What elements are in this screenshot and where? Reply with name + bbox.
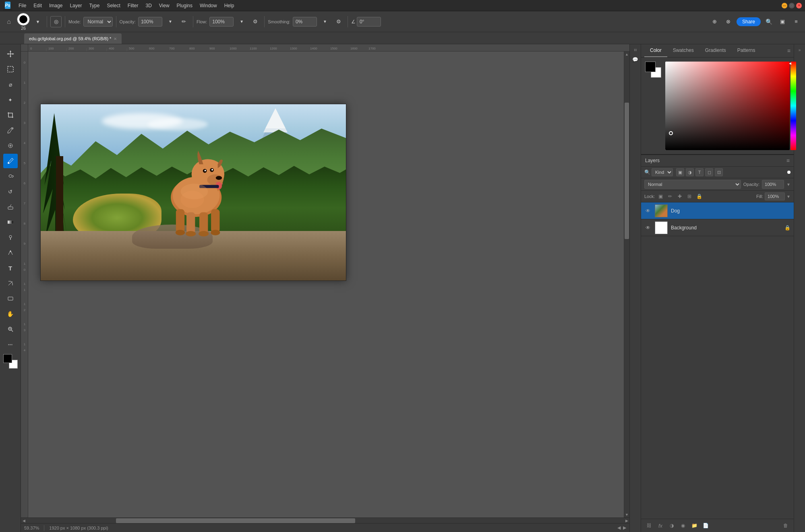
opacity-arrow[interactable]: ▼ [786,182,791,187]
mode-select[interactable]: Normal [83,17,113,27]
lock-edit-icon[interactable]: ✏ [666,192,674,200]
crop-tool[interactable] [3,108,18,122]
tab-color[interactable]: Color [644,44,667,57]
tab-patterns[interactable]: Patterns [732,44,761,57]
lock-all-icon[interactable]: 🔒 [695,192,703,200]
layer-dog-visibility[interactable]: 👁 [644,207,652,214]
brush-picker[interactable]: 26 [17,13,30,31]
collapse-icon[interactable]: ≡ [631,46,639,54]
more-options-button[interactable]: ≡ [791,16,802,27]
lock-artboard-icon[interactable]: ⊞ [685,192,693,200]
color-swatches[interactable] [3,354,18,369]
lock-move-icon[interactable]: ✚ [676,192,684,200]
lasso-tool[interactable]: ⌀ [3,77,18,92]
dodge-tool[interactable] [3,230,18,245]
menu-plugins[interactable]: Plugins [174,2,196,9]
type-tool[interactable]: T [3,261,18,275]
scroll-left[interactable]: ◀ [21,518,27,524]
shape-tool[interactable] [3,291,18,306]
angle-value[interactable]: 0° [357,17,381,27]
brush-tool-toggle[interactable]: ▼ [32,16,43,27]
layer-background[interactable]: 👁 Background 🔒 [641,219,794,236]
scroll-thumb-v[interactable] [625,103,629,239]
maximize-button[interactable]: □ [789,3,795,8]
search-button[interactable]: 🔍 [763,16,774,27]
scroll-up[interactable]: ▲ [624,52,629,57]
move-tool[interactable] [3,47,18,61]
flow-value[interactable]: 100% [209,17,234,27]
new-group-icon[interactable]: 📁 [689,521,699,530]
color-panel-menu[interactable]: ≡ [787,44,791,57]
pen-tool[interactable] [3,245,18,260]
add-mask-icon[interactable]: ◑ [667,521,677,530]
nav-prev[interactable]: ◀ [617,525,621,530]
close-button[interactable]: ✕ [796,3,802,8]
toggle-airbrush[interactable]: ◎ [50,16,62,27]
menu-filter[interactable]: Filter [124,2,142,9]
fx-icon[interactable]: fx [656,521,665,530]
extra-tool-1[interactable]: ••• [3,339,18,350]
hand-tool[interactable]: ✋ [3,307,18,321]
smoothing-dropdown[interactable]: ▼ [319,16,331,27]
menu-select[interactable]: Select [103,2,123,9]
hue-bar[interactable] [791,62,796,150]
canvas-viewport[interactable] [28,52,624,518]
delete-layer-icon[interactable]: 🗑 [781,521,791,530]
minimize-button[interactable]: — [782,3,787,8]
pressure-opacity-icon[interactable]: ✏ [178,16,190,27]
layer-dog[interactable]: 👁 Dog [641,202,794,219]
quick-select-tool[interactable]: ✦ [3,93,18,107]
eyedropper-tool[interactable] [3,123,18,138]
link-layers-icon[interactable]: ⛓ [644,521,654,530]
zoom-tool[interactable] [3,322,18,336]
opacity-value[interactable]: 100% [138,17,162,27]
new-layer-icon[interactable]: 📄 [701,521,710,530]
horizontal-scrollbar[interactable]: ◀ ▶ [21,518,629,523]
menu-edit[interactable]: Edit [30,2,45,9]
lock-pixel-icon[interactable]: ▣ [656,192,664,200]
flow-dropdown[interactable]: ▼ [236,16,247,27]
speech-bubble-icon[interactable]: 💬 [631,56,639,64]
fg-color-swatch[interactable] [645,62,656,72]
smoothing-settings[interactable]: ⚙ [333,16,344,27]
spot-healing-tool[interactable] [3,138,18,153]
filter-type-icon[interactable]: T [695,168,704,176]
gradient-tool[interactable] [3,215,18,229]
clone-stamp-tool[interactable] [3,169,18,184]
scroll-down[interactable]: ▼ [624,512,629,518]
menu-layer[interactable]: Layer [66,2,85,9]
filter-shape-icon[interactable]: ◻ [705,168,713,176]
color-menu-icon[interactable]: ≡ [787,47,791,54]
rectangle-select-tool[interactable] [3,62,18,76]
menu-help[interactable]: Help [221,2,238,9]
opacity-value-layers[interactable]: 100% [762,180,784,189]
eraser-tool[interactable] [3,200,18,214]
share-button[interactable]: Share [737,17,761,26]
blend-mode-select[interactable]: Normal [644,180,741,189]
filter-pixel-icon[interactable]: ▣ [676,168,684,176]
path-select-tool[interactable] [3,276,18,291]
panel-view-button[interactable]: ▣ [777,16,788,27]
tab-close-button[interactable]: ✕ [114,37,117,41]
nav-next[interactable]: ▶ [623,525,626,530]
menu-type[interactable]: Type [86,2,103,9]
foreground-color-swatch[interactable] [3,354,12,363]
symmetry-icon[interactable]: ⊕ [709,16,720,27]
filter-adjust-icon[interactable]: ◑ [686,168,694,176]
pressure-flow-icon[interactable]: ⚙ [250,16,261,27]
fill-arrow[interactable]: ▼ [786,194,791,199]
menu-image[interactable]: Image [46,2,66,9]
filter-smart-icon[interactable]: ⊡ [715,168,723,176]
brush-tool[interactable] [3,154,18,168]
menu-file[interactable]: File [15,2,29,9]
layers-panel-menu-icon[interactable]: ≡ [786,157,790,164]
vertical-scrollbar[interactable]: ▲ ▼ [624,52,629,518]
history-brush-tool[interactable]: ↺ [3,184,18,199]
filter-kind-select[interactable]: Kind [652,168,673,176]
menu-view[interactable]: View [156,2,173,9]
tab-swatches[interactable]: Swatches [667,44,699,57]
brush-preview[interactable] [17,13,30,26]
smoothing-value[interactable]: 0% [293,17,317,27]
color-gradient-picker[interactable] [665,62,790,150]
adjustment-layer-icon[interactable]: ◉ [678,521,688,530]
